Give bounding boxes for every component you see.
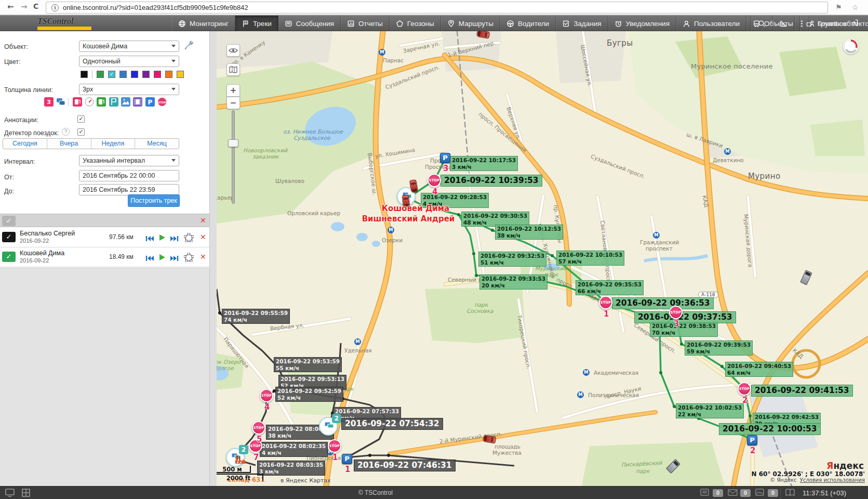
object-select[interactable]: Кошовей Дима	[79, 41, 179, 52]
video-icon[interactable]	[133, 97, 142, 107]
nav-item-monitoring[interactable]: Мониторинг	[172, 16, 235, 31]
track-rewind-button[interactable]	[145, 234, 154, 244]
more-menu-icon[interactable]	[794, 16, 809, 31]
stop-marker[interactable]: STOP	[599, 296, 612, 309]
parking-marker[interactable]: P	[747, 435, 757, 445]
count-badge-icon[interactable]: 3	[44, 97, 54, 107]
track-geofence-button[interactable]	[184, 253, 194, 264]
journal-book-icon[interactable]	[785, 489, 795, 498]
nav-item-reports[interactable]: Отчеты	[341, 16, 390, 31]
bookmark-flag-icon[interactable]: ⚑	[835, 3, 842, 11]
color-swatch-3[interactable]	[119, 71, 127, 78]
browser-forward-icon[interactable]: →	[21, 2, 28, 11]
browser-back-icon[interactable]: ←	[7, 2, 14, 11]
map-attribution-open[interactable]: в Яндекс Картах	[281, 477, 331, 484]
mail-counter-icon[interactable]	[728, 489, 738, 498]
search-icon[interactable]	[751, 16, 772, 31]
stop-icon[interactable]: STOP	[157, 97, 167, 107]
flag-marker-icon[interactable]	[109, 97, 118, 107]
track-geofence-button[interactable]	[184, 233, 194, 244]
speed-clock-icon[interactable]	[85, 97, 94, 107]
nav-item-alerts[interactable]: Уведомления	[608, 16, 676, 31]
track-forward-button[interactable]	[170, 254, 179, 264]
parking-icon[interactable]: P	[145, 97, 155, 107]
map-canvas[interactable]: БугрыМуринское поселениеМуриноДевяткиноП…	[217, 31, 868, 486]
report-counter-icon[interactable]	[700, 489, 709, 498]
stop-marker[interactable]: STOP	[428, 174, 441, 187]
from-input[interactable]: 2016 Сентябрь 22 00:00	[79, 170, 179, 181]
map-terms-links[interactable]: © Яндекс Условия использования	[770, 477, 865, 483]
color-swatch-5[interactable]	[142, 71, 150, 78]
color-swatch-1[interactable]	[97, 71, 104, 78]
build-track-button[interactable]: Построить трек	[128, 194, 180, 207]
close-all-button[interactable]: ✕	[200, 216, 206, 225]
nav-item-geozones[interactable]: Геозоны	[390, 16, 441, 31]
track-play-button[interactable]	[159, 254, 166, 263]
street-label: Новоорловский	[243, 147, 287, 153]
zoom-slider[interactable]	[232, 110, 235, 204]
visibility-eye-button[interactable]	[226, 44, 240, 57]
track-close-button[interactable]: ✕	[200, 233, 206, 241]
interval-select[interactable]: Указанный интервал	[79, 155, 179, 166]
help-icon[interactable]: ?	[62, 128, 70, 136]
info-icon[interactable]: i	[51, 4, 59, 11]
parking-marker[interactable]: P	[440, 153, 450, 163]
user-menu[interactable]: smartbox	[809, 16, 863, 31]
track-checkbox[interactable]: ✓	[2, 232, 16, 242]
stop-marker[interactable]: STOP	[260, 389, 273, 402]
nav-item-tracks[interactable]: Треки	[235, 16, 278, 31]
quick-range-1[interactable]: Вчера	[47, 139, 91, 149]
url-field[interactable]: i online.tscontrol.ru/?sid=01ead293f41cf…	[46, 2, 828, 14]
annotation-bubbles-icon[interactable]	[56, 97, 65, 107]
wrench-icon[interactable]	[184, 41, 193, 52]
yandex-logo[interactable]: Яндекс	[826, 461, 864, 471]
color-swatch-2[interactable]: ✓	[108, 71, 115, 78]
stop-marker[interactable]: STOP	[252, 421, 265, 435]
flag-marker[interactable]: 2	[319, 417, 338, 436]
stop-marker[interactable]: STOP	[738, 382, 751, 396]
to-input[interactable]: 2016 Сентябрь 22 23:59	[79, 184, 179, 195]
color-swatch-8[interactable]	[177, 71, 184, 78]
color-mode-select[interactable]: Однотонный	[79, 56, 179, 67]
nav-item-drivers[interactable]: Водители	[500, 16, 556, 31]
browser-reload-icon[interactable]: C	[33, 2, 38, 10]
nav-item-messages[interactable]: Сообщения	[278, 16, 341, 31]
track-play-button[interactable]	[159, 234, 166, 243]
map-layers-button[interactable]	[226, 63, 240, 76]
annotations-checkbox[interactable]: ✓	[77, 115, 85, 123]
ruler-icon[interactable]	[772, 16, 794, 31]
photo-icon[interactable]	[121, 97, 130, 107]
nav-item-routes[interactable]: Маршруты	[441, 16, 500, 31]
zoom-slider-handle[interactable]	[228, 139, 238, 147]
parking-marker[interactable]: P	[342, 454, 352, 464]
bookmark-star-icon[interactable]: ☆	[852, 3, 859, 11]
quick-range-0[interactable]: Сегодня	[3, 139, 47, 149]
select-all-checkbox[interactable]: ✓	[2, 216, 16, 226]
quick-range-2[interactable]: Неделя	[91, 139, 136, 149]
stop-marker[interactable]: STOP	[328, 439, 341, 453]
color-swatch-7[interactable]	[165, 71, 172, 78]
color-swatch-0[interactable]	[81, 71, 88, 78]
logout-icon[interactable]	[851, 19, 859, 28]
fuel-drain-icon[interactable]	[73, 97, 82, 107]
quick-range-3[interactable]: Месяц	[135, 139, 179, 149]
color-swatch-4[interactable]	[131, 71, 138, 78]
color-swatch-6[interactable]	[154, 71, 161, 78]
nav-item-users[interactable]: Пользователи	[676, 16, 746, 31]
zoom-in-button[interactable]: +	[226, 84, 240, 97]
track-rewind-button[interactable]	[145, 254, 154, 264]
monitor-icon[interactable]	[5, 489, 15, 499]
stop-marker[interactable]: STOP	[669, 306, 683, 319]
track-forward-button[interactable]	[170, 234, 179, 244]
zoom-out-button[interactable]: −	[226, 97, 240, 109]
photo-counter-icon[interactable]	[755, 489, 764, 498]
track-checkbox[interactable]: ✓	[2, 252, 16, 262]
trip-detector-checkbox[interactable]: ✓	[77, 128, 85, 136]
line-thickness-select[interactable]: 3px	[79, 84, 179, 95]
track-close-button[interactable]: ✕	[200, 253, 206, 261]
fueling-icon[interactable]	[97, 97, 106, 107]
grid-icon[interactable]	[22, 489, 30, 499]
nav-item-tasks[interactable]: Задания	[556, 16, 608, 31]
brand-logo[interactable]: TSControl	[37, 17, 110, 30]
url-text[interactable]: online.tscontrol.ru/?sid=01ead293f41cf5d…	[63, 4, 248, 11]
